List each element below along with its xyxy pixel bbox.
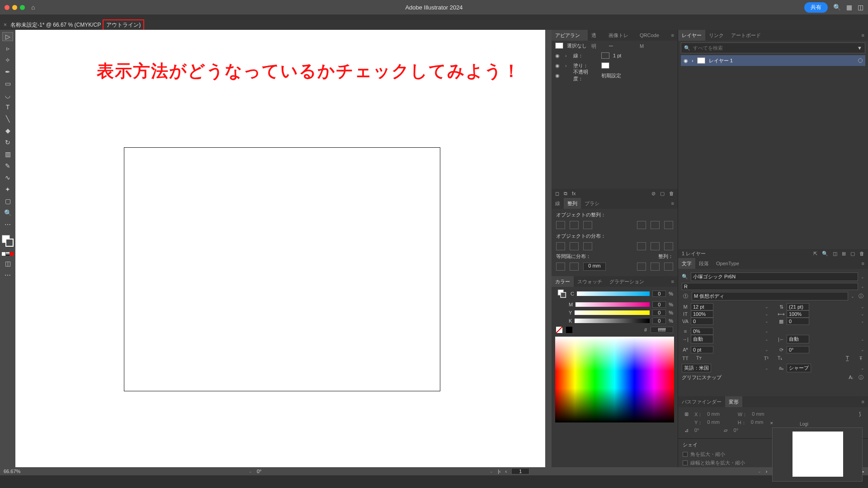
arrange-icon[interactable]: ◫	[858, 4, 863, 11]
dist-vcenter-button[interactable]	[570, 242, 579, 250]
tab-stroke[interactable]: 線	[552, 198, 564, 209]
vertical-scrollbar[interactable]	[545, 30, 552, 467]
search-icon[interactable]: 🔍	[833, 4, 841, 11]
dist-hspace-button[interactable]	[570, 263, 579, 271]
tab-brushes[interactable]: ブラシ	[581, 198, 603, 209]
x-value[interactable]: 0 mm	[707, 411, 720, 418]
toggle-expand-icon[interactable]: ⋯	[3, 221, 13, 229]
next-artboard-icon[interactable]: ›	[766, 469, 768, 474]
eyedropper-tool[interactable]: ✎	[3, 162, 13, 170]
snap-opt-3[interactable]	[722, 383, 733, 393]
selection-tool[interactable]: ▷	[3, 33, 13, 41]
align-top-button[interactable]	[637, 221, 646, 229]
trash-icon[interactable]: 🗑	[859, 251, 864, 256]
tab-color[interactable]: カラー	[552, 276, 574, 287]
magenta-slider[interactable]	[576, 302, 650, 307]
trash-icon[interactable]: 🗑	[669, 191, 674, 196]
filter-icon[interactable]: ▼	[857, 45, 862, 51]
font-size-input[interactable]: 12 pt	[691, 303, 713, 310]
dist-top-button[interactable]	[556, 242, 565, 250]
rotate-view[interactable]: 0°	[257, 469, 262, 474]
tab-character[interactable]: 文字	[678, 258, 695, 269]
h-value[interactable]: 0 mm	[751, 419, 764, 426]
dist-right-button[interactable]	[664, 242, 673, 250]
type-tool[interactable]: T	[3, 103, 13, 111]
snap-opt-1[interactable]	[682, 383, 693, 393]
shear-value[interactable]: 0°	[734, 427, 739, 433]
snap-opt-4[interactable]	[741, 383, 753, 393]
antialias-select[interactable]: シャープ	[787, 364, 811, 372]
tab-paragraph[interactable]: 段落	[695, 258, 712, 269]
navigator-thumbnail[interactable]	[793, 432, 843, 477]
tab-align[interactable]: 整列	[564, 198, 581, 209]
line-tool[interactable]: ╲	[3, 115, 13, 123]
tab-appearance[interactable]: アピアランス	[552, 30, 588, 41]
align-to-artboard-button[interactable]	[651, 263, 660, 271]
dist-left-button[interactable]	[637, 242, 646, 250]
workspace-icon[interactable]: ▦	[846, 4, 852, 11]
superscript-icon[interactable]: T¹	[763, 356, 770, 361]
cyan-slider[interactable]	[577, 291, 650, 296]
color-spectrum[interactable]	[555, 337, 674, 422]
zoom-level[interactable]: 66.67%	[4, 469, 20, 474]
edit-toolbar-icon[interactable]: ⋯	[3, 271, 13, 279]
subscript-icon[interactable]: T₁	[776, 355, 783, 361]
chevron-down-icon[interactable]: ⌄	[851, 294, 854, 299]
panel-menu-icon[interactable]: ≡	[858, 261, 868, 266]
search-layer-icon[interactable]: 🔍	[822, 251, 828, 257]
leading-input[interactable]: (21 pt)	[787, 303, 809, 310]
align-left-button[interactable]	[556, 221, 565, 229]
strikethrough-icon[interactable]: Ŧ	[857, 356, 864, 361]
spacing-input[interactable]: 0 mm	[583, 263, 606, 271]
color-mode-row[interactable]	[2, 252, 14, 256]
screen-mode-tool[interactable]: ◫	[3, 259, 13, 267]
snap-opt-2[interactable]	[702, 383, 713, 393]
hex-input[interactable]: ffffff	[651, 327, 673, 333]
document-tab-label[interactable]: 名称未設定-1* @ 66.67 % (CMYK/CP	[10, 21, 101, 29]
yellow-slider[interactable]	[575, 310, 650, 315]
curvature-tool[interactable]: ◡	[3, 91, 13, 99]
snap-opt-6[interactable]	[781, 383, 793, 393]
new-icon[interactable]: ▢	[660, 191, 665, 197]
scale-strokes-checkbox[interactable]	[683, 460, 688, 465]
tab-transform[interactable]: 変形	[725, 396, 742, 407]
panel-menu-icon[interactable]: ≡	[668, 33, 678, 38]
font-style-input[interactable]: R	[682, 283, 858, 290]
tab-artboards[interactable]: アートボード	[727, 30, 764, 41]
stroke-weight[interactable]: 1 pt	[613, 53, 621, 58]
align-hcenter-button[interactable]	[570, 221, 579, 229]
panel-menu-icon[interactable]: ≡	[668, 201, 678, 206]
rotate-tool[interactable]: ↻	[3, 138, 13, 146]
visibility-icon[interactable]: ◉	[555, 53, 561, 59]
smallcaps-icon[interactable]: Tᴛ	[695, 355, 703, 361]
panel-menu-icon[interactable]: ≡	[668, 279, 678, 284]
symbol-sprayer-tool[interactable]: ✦	[3, 185, 13, 193]
expand-icon[interactable]: ›	[565, 63, 570, 68]
magenta-value[interactable]: 0	[652, 301, 666, 308]
disable-icon[interactable]: ⊘	[651, 191, 656, 197]
tab-qrcode[interactable]: QRCode M	[636, 30, 668, 41]
black-swatch[interactable]	[566, 327, 572, 333]
panel-menu-icon[interactable]: ≡	[858, 399, 868, 404]
vscale-input[interactable]: 100%	[691, 310, 713, 318]
shape-builder-tool[interactable]: ◆	[3, 127, 13, 135]
black-value[interactable]: 0	[652, 318, 666, 324]
font-family-input[interactable]: 小塚ゴシック Pr6N	[691, 272, 858, 281]
underline-icon[interactable]: T̲	[844, 355, 851, 361]
align-bottom-button[interactable]	[664, 221, 673, 229]
zoom-tool[interactable]: 🔍	[3, 209, 13, 217]
tab-layers[interactable]: レイヤー	[678, 30, 705, 41]
link-icon[interactable]: ⟆	[856, 411, 863, 418]
baseline-input[interactable]: 0 pt	[691, 346, 713, 353]
kerning-input[interactable]: 0	[691, 318, 713, 325]
char-rotation-input[interactable]: 0°	[787, 346, 809, 353]
panel-menu-icon[interactable]: ≡	[858, 33, 868, 38]
rectangle-tool[interactable]: ▭	[3, 80, 13, 88]
navigator-close-icon[interactable]: ×	[770, 420, 773, 426]
allcaps-icon[interactable]: TT	[682, 356, 689, 361]
reference-point-icon[interactable]: ⊞	[683, 411, 690, 418]
y-value[interactable]: 0 mm	[707, 419, 720, 426]
expand-icon[interactable]: ›	[565, 53, 570, 58]
artboard-number[interactable]: 1	[511, 468, 529, 474]
em-box-select[interactable]: M 仮想ボディ	[692, 292, 848, 300]
